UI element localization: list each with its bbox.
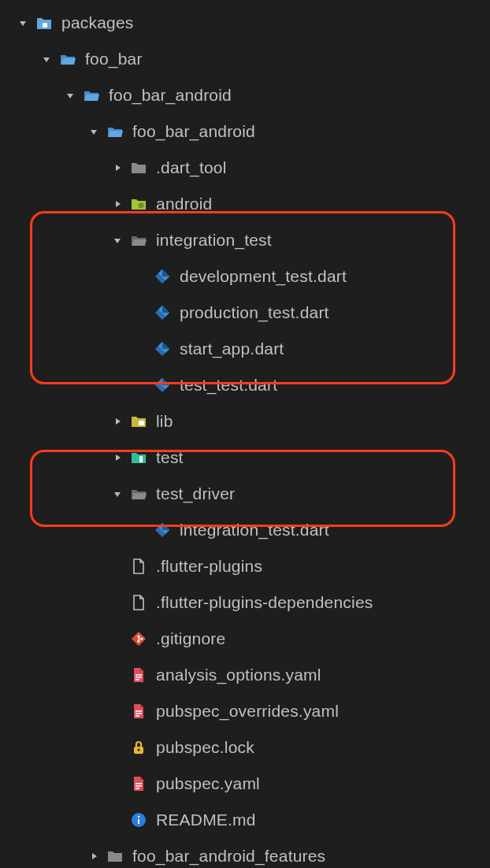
tree-item[interactable]: integration_test.dart (0, 512, 490, 548)
git-icon (129, 629, 148, 648)
tree-item[interactable]: lib (0, 403, 490, 440)
chevron-down-icon[interactable] (14, 14, 32, 32)
tree-item-label: .flutter-plugins-dependencies (156, 593, 373, 612)
tree-item[interactable]: .flutter-plugins-dependencies (0, 584, 490, 621)
chevron-right-icon[interactable] (109, 195, 126, 213)
tree-item[interactable]: test_test.dart (0, 367, 490, 403)
tree-item-label: pubspec_overrides.yaml (156, 702, 339, 721)
tree-item[interactable]: foo_bar_android_features (0, 838, 490, 868)
tree-item[interactable]: start_app.dart (0, 331, 490, 367)
file-tree: packagesfoo_barfoo_bar_androidfoo_bar_an… (0, 5, 490, 868)
tree-item[interactable]: pubspec_overrides.yaml (0, 693, 490, 729)
tree-item[interactable]: analysis_options.yaml (0, 657, 490, 693)
folder-gray-icon (129, 158, 148, 177)
dart-icon (153, 267, 172, 286)
chevron-right-icon[interactable] (85, 848, 102, 865)
folder-package-icon (35, 13, 54, 32)
tree-item-label: integration_test (156, 231, 272, 250)
tree-item-label: android (156, 195, 212, 213)
chevron-down-icon[interactable] (109, 485, 126, 503)
tree-item-label: pubspec.yaml (156, 774, 260, 793)
tree-item-label: foo_bar_android (132, 122, 255, 141)
tree-item-label: packages (61, 13, 134, 32)
info-icon (129, 811, 148, 829)
folder-open-icon (58, 50, 77, 69)
tree-item[interactable]: foo_bar_android (0, 77, 490, 113)
tree-item-label: README.md (156, 811, 256, 829)
tree-item[interactable]: test_driver (0, 476, 490, 512)
file-icon (129, 557, 148, 576)
chevron-down-icon[interactable] (109, 232, 126, 249)
dart-icon (153, 339, 172, 358)
chevron-right-icon[interactable] (109, 159, 126, 176)
tree-item[interactable]: foo_bar_android (0, 113, 490, 150)
tree-item[interactable]: development_test.dart (0, 258, 490, 295)
tree-item-label: .dart_tool (156, 158, 227, 177)
tree-item-label: foo_bar_android_features (132, 847, 325, 866)
chevron-down-icon[interactable] (61, 87, 79, 104)
tree-item-label: test (156, 448, 184, 467)
tree-item-label: development_test.dart (180, 267, 347, 286)
dart-icon (153, 376, 172, 395)
tree-item[interactable]: packages (0, 5, 490, 41)
tree-item-label: start_app.dart (180, 339, 284, 358)
folder-open-icon (106, 122, 124, 141)
tree-item[interactable]: pubspec.yaml (0, 766, 490, 802)
tree-item-label: lib (156, 412, 173, 431)
tree-item-label: foo_bar_android (109, 86, 232, 105)
chevron-right-icon[interactable] (109, 413, 126, 430)
folder-open-gray-icon (129, 484, 148, 503)
tree-item-label: test_test.dart (180, 376, 277, 395)
chevron-right-icon[interactable] (109, 449, 126, 466)
tree-item-label: pubspec.lock (156, 738, 254, 757)
yaml-icon (129, 774, 148, 793)
dart-icon (153, 303, 172, 322)
tree-item-label: .flutter-plugins (156, 557, 262, 576)
tree-item[interactable]: production_test.dart (0, 295, 490, 331)
tree-item[interactable]: foo_bar (0, 41, 490, 77)
yaml-icon (129, 666, 148, 684)
folder-open-icon (82, 86, 101, 105)
lock-icon (129, 738, 148, 757)
tree-item-label: test_driver (156, 484, 235, 503)
tree-item[interactable]: android (0, 186, 490, 222)
tree-item[interactable]: README.md (0, 802, 490, 838)
chevron-down-icon[interactable] (38, 50, 55, 68)
chevron-down-icon[interactable] (85, 123, 102, 140)
folder-test-icon (129, 448, 148, 467)
tree-item-label: analysis_options.yaml (156, 666, 321, 684)
android-icon (129, 195, 148, 213)
dart-icon (153, 521, 172, 540)
tree-item-label: production_test.dart (180, 303, 329, 322)
tree-item[interactable]: .dart_tool (0, 150, 490, 186)
tree-item[interactable]: pubspec.lock (0, 729, 490, 766)
tree-item[interactable]: .flutter-plugins (0, 548, 490, 584)
tree-item-label: .gitignore (156, 629, 225, 648)
tree-item-label: foo_bar (85, 50, 143, 69)
folder-open-gray-icon (129, 231, 148, 250)
tree-item[interactable]: integration_test (0, 222, 490, 258)
tree-item-label: integration_test.dart (180, 521, 329, 540)
tree-item[interactable]: test (0, 440, 490, 476)
file-icon (129, 593, 148, 612)
yaml-icon (129, 702, 148, 721)
folder-lib-icon (129, 412, 148, 431)
tree-item[interactable]: .gitignore (0, 621, 490, 657)
folder-gray-icon (106, 847, 124, 866)
